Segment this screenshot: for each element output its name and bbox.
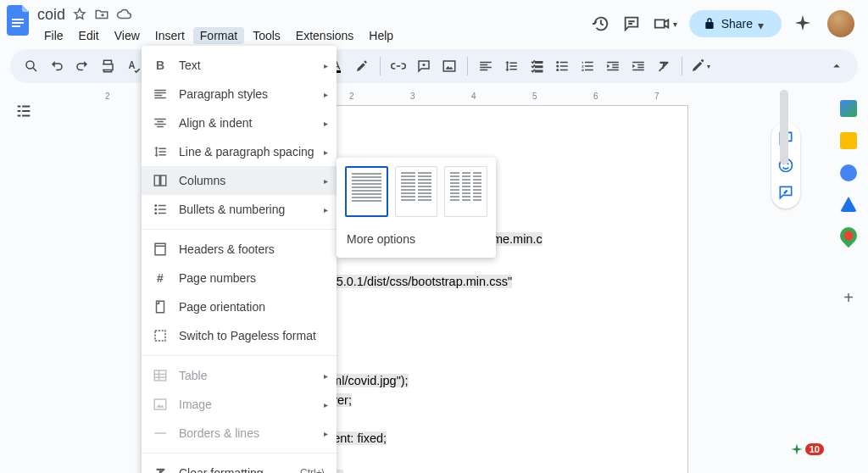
side-panel: + [829,90,868,473]
menu-tools[interactable]: Tools [246,27,287,44]
doc-title[interactable]: coid [37,6,65,24]
align-icon[interactable] [475,55,497,77]
menu-pageless[interactable]: Switch to Pageless format [142,321,337,350]
svg-point-11 [154,204,157,207]
numbered-list-icon[interactable] [576,55,598,77]
svg-rect-2 [12,25,20,27]
insert-image-icon[interactable] [438,55,460,77]
print-icon[interactable] [97,55,119,77]
bulleted-list-icon[interactable] [551,55,573,77]
redo-icon[interactable] [71,55,93,77]
format-menu: BText▸ Paragraph styles▸ Align & indent▸… [142,46,337,473]
link-icon[interactable] [387,55,409,77]
columns-more-options[interactable]: More options [345,229,487,249]
svg-rect-1 [12,22,24,24]
svg-rect-16 [155,331,165,341]
menu-columns[interactable]: Columns▸ [142,166,337,195]
svg-rect-17 [154,370,166,381]
menubar: File Edit View Insert Format Tools Exten… [37,25,592,46]
menu-image: Image▸ [142,390,337,419]
menu-view[interactable]: View [108,27,147,44]
editing-mode-icon[interactable]: ▾ [689,55,711,77]
menu-text[interactable]: BText▸ [142,51,337,80]
svg-point-3 [26,61,34,69]
menu-extensions[interactable]: Extensions [289,27,360,44]
keep-icon[interactable] [840,132,857,149]
outline-icon[interactable] [14,102,33,120]
explore-icon [790,442,804,456]
meet-button[interactable]: ▾ [653,14,677,33]
star-icon[interactable] [72,7,87,22]
history-icon[interactable] [592,14,610,33]
checklist-icon[interactable] [526,55,548,77]
menu-table: Table▸ [142,361,337,390]
gemini-icon[interactable] [793,14,812,35]
svg-point-6 [556,65,559,68]
svg-rect-4 [443,61,455,71]
svg-rect-15 [157,301,164,313]
svg-rect-14 [155,243,165,255]
svg-rect-18 [154,399,166,409]
svg-point-12 [154,209,157,211]
search-icon[interactable] [20,55,42,77]
share-label: Share [721,17,753,31]
undo-icon[interactable] [46,55,68,77]
maps-icon[interactable] [837,224,860,248]
calendar-icon[interactable] [840,100,857,117]
menu-page-numbers[interactable]: #Page numbers [142,264,337,292]
add-comment-icon[interactable] [413,55,435,77]
notification-count: 10 [805,443,824,455]
menu-paragraph-styles[interactable]: Paragraph styles▸ [142,80,337,109]
share-dropdown-icon: ▾ [758,19,768,29]
columns-2[interactable] [395,166,438,217]
menu-borders-lines: Borders & lines▸ [142,419,337,448]
menu-clear-formatting[interactable]: Clear formattingCtrl+\ [142,459,337,473]
contacts-icon[interactable] [840,197,857,212]
collapse-toolbar-icon[interactable] [826,55,848,77]
menu-file[interactable]: File [37,27,70,44]
docs-logo[interactable] [7,5,31,36]
line-spacing-icon[interactable] [500,55,522,77]
add-sidebar-icon[interactable]: + [843,288,854,308]
toolbar: 12 B I U A ▾ [10,49,858,83]
columns-1[interactable] [345,166,388,217]
svg-rect-0 [12,19,24,20]
menu-line-spacing[interactable]: Line & paragraph spacing▸ [142,137,337,166]
indent-dec-icon[interactable] [602,55,624,77]
menu-align-indent[interactable]: Align & indent▸ [142,109,337,137]
clear-format-icon[interactable] [653,55,675,77]
columns-submenu: More options [337,158,496,258]
menu-insert[interactable]: Insert [148,27,192,44]
status-badge-area[interactable]: 10 [790,442,824,456]
scrollbar[interactable] [778,90,790,473]
menu-edit[interactable]: Edit [72,27,106,44]
share-button[interactable]: Share ▾ [689,10,782,37]
menu-headers-footers[interactable]: Headers & footers [142,235,337,264]
indent-inc-icon[interactable] [627,55,649,77]
menu-page-orientation[interactable]: Page orientation [142,292,337,321]
svg-point-7 [556,69,559,71]
menu-help[interactable]: Help [362,27,400,44]
move-icon[interactable] [94,7,109,22]
menu-format[interactable]: Format [193,27,244,44]
tasks-icon[interactable] [840,164,857,181]
columns-3[interactable] [444,166,487,217]
svg-point-5 [556,61,559,64]
highlight-icon[interactable] [351,55,373,77]
comments-icon[interactable] [622,14,641,33]
menu-bullets-numbering[interactable]: Bullets & numbering▸ [142,195,337,224]
cloud-status-icon[interactable] [116,7,131,22]
avatar[interactable] [827,10,854,37]
svg-point-13 [154,212,157,214]
